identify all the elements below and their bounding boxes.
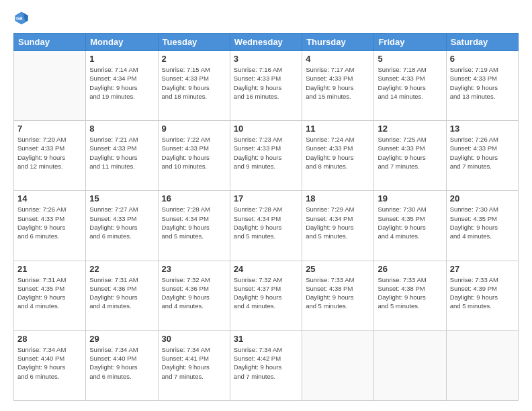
day-number: 21 (17, 264, 82, 274)
day-number: 19 (378, 193, 442, 203)
calendar-cell: 16Sunrise: 7:28 AM Sunset: 4:34 PM Dayli… (158, 191, 230, 261)
day-number: 2 (162, 54, 226, 64)
col-header-thursday: Thursday (302, 34, 374, 51)
day-number: 15 (89, 193, 154, 203)
calendar-cell: 18Sunrise: 7:29 AM Sunset: 4:34 PM Dayli… (302, 191, 374, 261)
week-row-1: 1Sunrise: 7:14 AM Sunset: 4:34 PM Daylig… (14, 51, 519, 121)
cell-detail: Sunrise: 7:31 AM Sunset: 4:35 PM Dayligh… (17, 275, 82, 311)
logo-icon: GB (13, 10, 30, 26)
cell-detail: Sunrise: 7:30 AM Sunset: 4:35 PM Dayligh… (378, 205, 442, 240)
calendar-cell: 10Sunrise: 7:23 AM Sunset: 4:33 PM Dayli… (230, 121, 302, 191)
day-number: 11 (306, 124, 370, 134)
day-number: 3 (234, 54, 298, 64)
calendar-cell: 5Sunrise: 7:18 AM Sunset: 4:33 PM Daylig… (374, 51, 446, 121)
day-number: 1 (89, 54, 154, 64)
calendar-cell: 19Sunrise: 7:30 AM Sunset: 4:35 PM Dayli… (374, 191, 446, 261)
calendar-cell: 28Sunrise: 7:34 AM Sunset: 4:40 PM Dayli… (14, 330, 86, 400)
calendar-cell: 12Sunrise: 7:25 AM Sunset: 4:33 PM Dayli… (374, 121, 446, 191)
day-number: 13 (450, 124, 515, 134)
day-number: 24 (234, 264, 298, 274)
cell-detail: Sunrise: 7:31 AM Sunset: 4:36 PM Dayligh… (89, 275, 154, 311)
col-header-monday: Monday (86, 34, 158, 51)
day-number: 31 (234, 334, 298, 344)
calendar-cell (446, 330, 518, 400)
cell-detail: Sunrise: 7:19 AM Sunset: 4:33 PM Dayligh… (450, 65, 515, 101)
day-number: 28 (17, 334, 82, 344)
calendar-cell: 24Sunrise: 7:32 AM Sunset: 4:37 PM Dayli… (230, 261, 302, 330)
cell-detail: Sunrise: 7:15 AM Sunset: 4:33 PM Dayligh… (162, 65, 226, 101)
calendar-cell: 21Sunrise: 7:31 AM Sunset: 4:35 PM Dayli… (14, 261, 86, 330)
cell-detail: Sunrise: 7:20 AM Sunset: 4:33 PM Dayligh… (17, 135, 82, 171)
cell-detail: Sunrise: 7:23 AM Sunset: 4:33 PM Dayligh… (234, 135, 298, 171)
day-number: 26 (378, 264, 442, 274)
col-header-wednesday: Wednesday (230, 34, 302, 51)
cell-detail: Sunrise: 7:34 AM Sunset: 4:42 PM Dayligh… (234, 345, 298, 381)
calendar-cell: 6Sunrise: 7:19 AM Sunset: 4:33 PM Daylig… (446, 51, 518, 121)
cell-detail: Sunrise: 7:28 AM Sunset: 4:34 PM Dayligh… (234, 205, 298, 240)
day-number: 30 (162, 334, 226, 344)
cell-detail: Sunrise: 7:25 AM Sunset: 4:33 PM Dayligh… (378, 135, 442, 171)
week-row-4: 21Sunrise: 7:31 AM Sunset: 4:35 PM Dayli… (14, 261, 519, 330)
calendar-cell: 7Sunrise: 7:20 AM Sunset: 4:33 PM Daylig… (14, 121, 86, 191)
cell-detail: Sunrise: 7:33 AM Sunset: 4:39 PM Dayligh… (450, 275, 515, 311)
day-number: 12 (378, 124, 442, 134)
calendar-cell (14, 51, 86, 121)
day-number: 4 (306, 54, 370, 64)
day-number: 7 (17, 124, 82, 134)
page: GB SundayMondayTuesdayWednesdayThursdayF… (0, 0, 532, 411)
cell-detail: Sunrise: 7:17 AM Sunset: 4:33 PM Dayligh… (306, 65, 370, 101)
day-number: 18 (306, 193, 370, 203)
day-number: 17 (234, 193, 298, 203)
cell-detail: Sunrise: 7:24 AM Sunset: 4:33 PM Dayligh… (306, 135, 370, 171)
calendar-cell: 11Sunrise: 7:24 AM Sunset: 4:33 PM Dayli… (302, 121, 374, 191)
day-number: 23 (162, 264, 226, 274)
header-row: SundayMondayTuesdayWednesdayThursdayFrid… (14, 34, 519, 51)
col-header-saturday: Saturday (446, 34, 518, 51)
col-header-sunday: Sunday (14, 34, 86, 51)
cell-detail: Sunrise: 7:29 AM Sunset: 4:34 PM Dayligh… (306, 205, 370, 240)
calendar-cell: 1Sunrise: 7:14 AM Sunset: 4:34 PM Daylig… (86, 51, 158, 121)
day-number: 8 (89, 124, 154, 134)
cell-detail: Sunrise: 7:26 AM Sunset: 4:33 PM Dayligh… (17, 205, 82, 240)
cell-detail: Sunrise: 7:34 AM Sunset: 4:41 PM Dayligh… (162, 345, 226, 381)
logo: GB (13, 10, 32, 26)
day-number: 16 (162, 193, 226, 203)
day-number: 25 (306, 264, 370, 274)
calendar-table: SundayMondayTuesdayWednesdayThursdayFrid… (13, 33, 519, 401)
header: GB (13, 10, 519, 26)
calendar-cell: 31Sunrise: 7:34 AM Sunset: 4:42 PM Dayli… (230, 330, 302, 400)
cell-detail: Sunrise: 7:34 AM Sunset: 4:40 PM Dayligh… (17, 345, 82, 381)
cell-detail: Sunrise: 7:28 AM Sunset: 4:34 PM Dayligh… (162, 205, 226, 240)
calendar-cell: 4Sunrise: 7:17 AM Sunset: 4:33 PM Daylig… (302, 51, 374, 121)
calendar-cell: 13Sunrise: 7:26 AM Sunset: 4:33 PM Dayli… (446, 121, 518, 191)
calendar-cell: 26Sunrise: 7:33 AM Sunset: 4:38 PM Dayli… (374, 261, 446, 330)
day-number: 20 (450, 193, 515, 203)
cell-detail: Sunrise: 7:34 AM Sunset: 4:40 PM Dayligh… (89, 345, 154, 381)
calendar-cell: 8Sunrise: 7:21 AM Sunset: 4:33 PM Daylig… (86, 121, 158, 191)
cell-detail: Sunrise: 7:18 AM Sunset: 4:33 PM Dayligh… (378, 65, 442, 101)
day-number: 14 (17, 193, 82, 203)
calendar-cell: 30Sunrise: 7:34 AM Sunset: 4:41 PM Dayli… (158, 330, 230, 400)
cell-detail: Sunrise: 7:14 AM Sunset: 4:34 PM Dayligh… (89, 65, 154, 101)
calendar-cell: 15Sunrise: 7:27 AM Sunset: 4:33 PM Dayli… (86, 191, 158, 261)
cell-detail: Sunrise: 7:32 AM Sunset: 4:36 PM Dayligh… (162, 275, 226, 311)
cell-detail: Sunrise: 7:27 AM Sunset: 4:33 PM Dayligh… (89, 205, 154, 240)
col-header-friday: Friday (374, 34, 446, 51)
cell-detail: Sunrise: 7:32 AM Sunset: 4:37 PM Dayligh… (234, 275, 298, 311)
calendar-cell: 27Sunrise: 7:33 AM Sunset: 4:39 PM Dayli… (446, 261, 518, 330)
day-number: 22 (89, 264, 154, 274)
calendar-cell: 29Sunrise: 7:34 AM Sunset: 4:40 PM Dayli… (86, 330, 158, 400)
calendar-cell (374, 330, 446, 400)
week-row-2: 7Sunrise: 7:20 AM Sunset: 4:33 PM Daylig… (14, 121, 519, 191)
cell-detail: Sunrise: 7:26 AM Sunset: 4:33 PM Dayligh… (450, 135, 515, 171)
cell-detail: Sunrise: 7:33 AM Sunset: 4:38 PM Dayligh… (378, 275, 442, 311)
week-row-5: 28Sunrise: 7:34 AM Sunset: 4:40 PM Dayli… (14, 330, 519, 400)
calendar-cell: 17Sunrise: 7:28 AM Sunset: 4:34 PM Dayli… (230, 191, 302, 261)
calendar-cell: 14Sunrise: 7:26 AM Sunset: 4:33 PM Dayli… (14, 191, 86, 261)
day-number: 9 (162, 124, 226, 134)
cell-detail: Sunrise: 7:21 AM Sunset: 4:33 PM Dayligh… (89, 135, 154, 171)
day-number: 10 (234, 124, 298, 134)
cell-detail: Sunrise: 7:30 AM Sunset: 4:35 PM Dayligh… (450, 205, 515, 240)
calendar-cell: 20Sunrise: 7:30 AM Sunset: 4:35 PM Dayli… (446, 191, 518, 261)
cell-detail: Sunrise: 7:33 AM Sunset: 4:38 PM Dayligh… (306, 275, 370, 311)
